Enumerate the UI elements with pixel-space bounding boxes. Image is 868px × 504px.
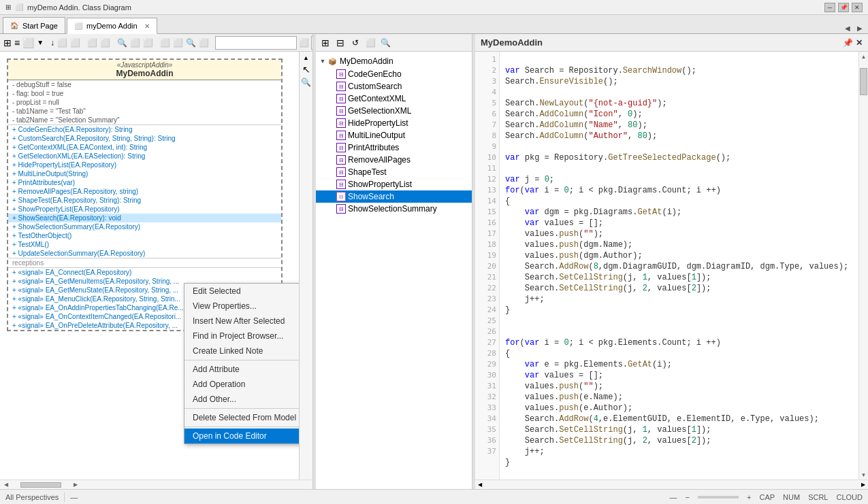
- diagram-tool-8[interactable]: ⬜: [99, 35, 111, 50]
- tree-item-getselectionxml[interactable]: ⊟ GetSelectionXML: [316, 105, 472, 117]
- tab-mydemoaddin[interactable]: ⬜ myDemo Addin ✕: [67, 18, 157, 34]
- line-num-32: 32: [475, 392, 499, 403]
- code-scroll-thumb[interactable]: [860, 68, 867, 95]
- line-num-20: 20: [475, 261, 499, 272]
- context-menu-add-other[interactable]: Add Other... Control+F11: [184, 392, 299, 407]
- diagram-tool-11[interactable]: ⬜: [142, 35, 154, 50]
- uml-property-5: - tab2Name = "Selection Summary": [8, 116, 281, 124]
- tree-tool-3[interactable]: ↺: [349, 36, 362, 50]
- code-scroll-down[interactable]: ▼: [859, 470, 868, 480]
- tree-tool-5[interactable]: 🔍: [379, 36, 392, 50]
- tree-item-root[interactable]: ▼ 📦 MyDemoAddin: [316, 54, 472, 68]
- line-num-21: 21: [475, 272, 499, 283]
- line-numbers: 1 2 3 4 5 6 7 8 9 10 11 12 13 14 15 16 1: [475, 52, 500, 480]
- tree-item-getcontextxml[interactable]: ⊟ GetContextXML: [316, 93, 472, 105]
- line-num-7: 7: [475, 120, 499, 131]
- line-num-6: 6: [475, 109, 499, 120]
- tab-start-page[interactable]: 🏠 Start Page: [3, 17, 65, 33]
- close-button[interactable]: ✕: [852, 3, 863, 12]
- tree-item-showselectionsummary[interactable]: ⊟ ShowSelectionSummary: [316, 203, 472, 215]
- diagram-tool-9[interactable]: 🔍: [116, 35, 128, 50]
- tree-item-shapetest[interactable]: ⊟ ShapeTest: [316, 166, 472, 178]
- diagram-tool-10[interactable]: ⬜: [129, 35, 141, 50]
- diagram-tool-7[interactable]: ⬜: [86, 35, 98, 50]
- diagram-tool-5[interactable]: ⬜: [57, 35, 68, 50]
- line-num-8: 8: [475, 131, 499, 141]
- scroll-left-arrow[interactable]: ◀: [1, 480, 11, 490]
- diagram-scroll-up[interactable]: ▲: [303, 54, 309, 61]
- minimize-button[interactable]: ─: [824, 3, 835, 12]
- code-scroll-right[interactable]: ▶: [858, 480, 868, 489]
- tree-tool-2[interactable]: ⊟: [334, 36, 347, 50]
- context-menu-add-op-label: Add Operation: [193, 380, 245, 389]
- context-menu-note[interactable]: Create Linked Note: [184, 343, 299, 358]
- context-menu: Edit Selected View Properties... Insert …: [184, 283, 299, 444]
- diagram-tool-13[interactable]: ⬜: [172, 35, 184, 50]
- tree-item-hidepropertylist[interactable]: ⊟ HidePropertyList: [316, 117, 472, 129]
- context-menu-view-props[interactable]: View Properties...: [184, 299, 299, 314]
- code-content[interactable]: var Search = Repository.SearchWindow(); …: [500, 52, 858, 480]
- context-menu-find[interactable]: Find in Project Browser...: [184, 329, 299, 343]
- tree-item-showpropertylist[interactable]: ⊟ ShowPropertyList: [316, 178, 472, 190]
- status-bar: All Perspectives — — − + CAP NUM SCRL CL…: [0, 489, 868, 504]
- tree-item-showsearch[interactable]: ⊟ ShowSearch: [316, 190, 472, 203]
- diagram-tool-select[interactable]: ↖: [302, 64, 310, 75]
- tree-item-removeallpages[interactable]: ⊟ RemoveAllPages: [316, 154, 472, 166]
- tab-nav-left[interactable]: ◀: [842, 22, 853, 33]
- diagram-tool-15[interactable]: ⬜: [198, 35, 210, 50]
- line-num-28: 28: [475, 348, 499, 359]
- line-num-13: 13: [475, 185, 499, 196]
- pin-button[interactable]: 📌: [838, 3, 849, 12]
- context-menu-delete[interactable]: Delete Selected From Model Control+Shift…: [184, 410, 299, 425]
- tree-item-printattributes[interactable]: ⊟ PrintAttributes: [316, 141, 472, 154]
- tab-nav-right[interactable]: ▶: [854, 22, 865, 33]
- line-num-4: 4: [475, 87, 499, 98]
- line-num-25: 25: [475, 316, 499, 326]
- tree-item-customsearch[interactable]: ⊟ CustomSearch: [316, 80, 472, 93]
- code-scroll-left[interactable]: ◀: [475, 480, 485, 489]
- code-header-pin[interactable]: 📌: [843, 38, 853, 48]
- context-menu-add-op[interactable]: Add Operation Control+Shift+F10: [184, 377, 299, 392]
- diagram-tool-zoom[interactable]: 🔍: [301, 78, 311, 87]
- tree-item-multilineoutput[interactable]: ⊟ MultiLineOutput: [316, 129, 472, 141]
- status-zoom-minus[interactable]: −: [686, 493, 690, 501]
- context-menu-add-attr[interactable]: Add Attribute Control+Shift+F9: [184, 362, 299, 377]
- diagram-search-input-2[interactable]: [311, 36, 313, 50]
- code-header-close[interactable]: ✕: [856, 38, 863, 48]
- tree-tool-4[interactable]: ⬜: [364, 36, 377, 50]
- diagram-tool-dropdown[interactable]: ▼: [36, 35, 44, 50]
- tree-tool-1[interactable]: ⊞: [319, 36, 332, 50]
- status-separator-1: [64, 492, 65, 502]
- scroll-right-arrow[interactable]: ▶: [71, 480, 80, 490]
- line-num-5: 5: [475, 98, 499, 109]
- diagram-tool-2[interactable]: ≡: [14, 35, 20, 50]
- line-num-9: 9: [475, 141, 499, 152]
- status-zoom-plus[interactable]: +: [747, 493, 751, 501]
- context-menu-sep-1: [184, 360, 299, 360]
- diagram-tool-1[interactable]: ⊞: [3, 35, 12, 50]
- scroll-thumb-h[interactable]: [20, 482, 61, 488]
- diagram-tool-14[interactable]: 🔍: [185, 35, 197, 50]
- tree-expand-root[interactable]: ▼: [319, 58, 327, 65]
- uml-method-8: + RemoveAllPages(EA.Repository, string): [8, 187, 281, 196]
- context-menu-edit[interactable]: Edit Selected: [184, 284, 299, 299]
- uml-method-1: + CodeGenEcho(EA.Repository): String: [8, 125, 281, 134]
- tree-icon-method-5: ⊟: [336, 118, 346, 128]
- diagram-tool-4[interactable]: ↓: [50, 35, 55, 50]
- diagram-tool-6[interactable]: ⬜: [69, 35, 81, 50]
- diagram-search-input[interactable]: [215, 36, 297, 50]
- tab-close-button[interactable]: ✕: [144, 22, 150, 30]
- context-menu-open-code[interactable]: Open in Code Editor: [184, 429, 299, 443]
- context-menu-add-attr-label: Add Attribute: [193, 365, 240, 374]
- code-header-controls: 📌 ✕: [843, 38, 863, 48]
- tree-item-codegenecho[interactable]: ⊟ CodeGenEcho: [316, 68, 472, 80]
- status-scrl: SCRL: [808, 493, 828, 501]
- context-menu-insert[interactable]: Insert New After Selected: [184, 314, 299, 329]
- line-num-2: 2: [475, 65, 499, 76]
- diagram-tool-3[interactable]: ⬜: [22, 35, 35, 50]
- code-scroll-up[interactable]: ▲: [859, 52, 868, 61]
- line-num-19: 19: [475, 250, 499, 261]
- line-num-16: 16: [475, 218, 499, 229]
- diagram-tool-12[interactable]: ⬜: [159, 35, 171, 50]
- diagram-search-button[interactable]: ⬜: [298, 35, 310, 50]
